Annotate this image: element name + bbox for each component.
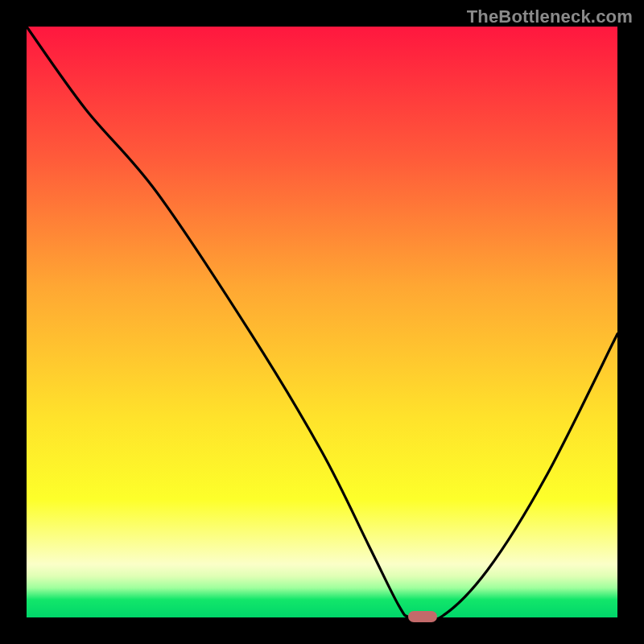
curve-path	[27, 27, 617, 621]
optimal-marker	[408, 611, 437, 622]
bottleneck-curve	[27, 27, 617, 617]
watermark-text: TheBottleneck.com	[467, 6, 633, 27]
chart-frame: TheBottleneck.com	[0, 0, 644, 644]
plot-area	[27, 27, 617, 617]
